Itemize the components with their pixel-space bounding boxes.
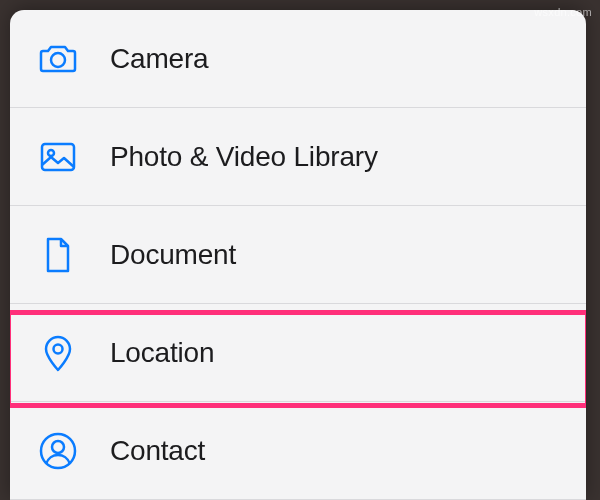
svg-point-2	[48, 150, 54, 156]
menu-item-document[interactable]: Document	[10, 206, 586, 304]
menu-item-label: Location	[110, 337, 214, 369]
menu-item-label: Contact	[110, 435, 205, 467]
menu-item-camera[interactable]: Camera	[10, 10, 586, 108]
svg-point-3	[54, 344, 63, 353]
photo-icon	[36, 135, 80, 179]
svg-point-0	[51, 53, 65, 67]
svg-rect-1	[42, 144, 74, 170]
menu-item-location[interactable]: Location	[10, 304, 586, 402]
menu-item-label: Camera	[110, 43, 208, 75]
menu-item-label: Document	[110, 239, 236, 271]
watermark-text: wsxdn.com	[534, 6, 592, 18]
menu-item-label: Photo & Video Library	[110, 141, 378, 173]
camera-icon	[36, 37, 80, 81]
menu-item-photo-library[interactable]: Photo & Video Library	[10, 108, 586, 206]
menu-item-contact[interactable]: Contact	[10, 402, 586, 500]
location-icon	[36, 331, 80, 375]
attachment-action-sheet: Camera Photo & Video Library Document	[10, 10, 586, 500]
document-icon	[36, 233, 80, 277]
contact-icon	[36, 429, 80, 473]
svg-point-5	[52, 441, 64, 453]
